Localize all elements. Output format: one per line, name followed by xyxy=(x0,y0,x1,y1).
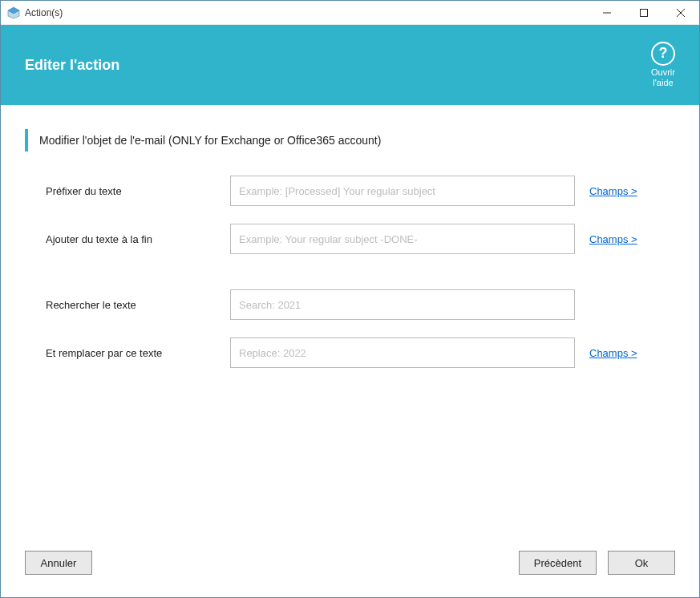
open-help-button[interactable]: ? Ouvrir l'aide xyxy=(651,42,675,88)
page-title: Editer l'action xyxy=(25,57,119,74)
app-icon xyxy=(7,6,20,19)
minimize-button[interactable] xyxy=(589,1,625,25)
label-prefix: Préfixer du texte xyxy=(46,185,230,197)
page-banner: Editer l'action ? Ouvrir l'aide xyxy=(1,25,699,105)
row-search: Rechercher le texte xyxy=(25,289,675,320)
window-title: Action(s) xyxy=(25,7,589,18)
footer-right-group: Précèdent Ok xyxy=(519,551,675,575)
footer: Annuler Précèdent Ok xyxy=(1,535,699,597)
help-icon: ? xyxy=(651,42,675,66)
input-append[interactable] xyxy=(230,224,575,254)
row-replace: Et remplacer par ce texte Champs > xyxy=(25,337,675,368)
label-search: Rechercher le texte xyxy=(46,299,230,311)
label-replace: Et remplacer par ce texte xyxy=(46,347,230,359)
input-search[interactable] xyxy=(230,289,575,320)
champs-link-replace[interactable]: Champs > xyxy=(589,347,637,359)
label-append: Ajouter du texte à la fin xyxy=(46,233,230,245)
window-controls xyxy=(589,1,699,24)
content-area: Modifier l'objet de l'e-mail (ONLY for E… xyxy=(1,105,699,368)
help-label: Ouvrir l'aide xyxy=(651,67,675,88)
ok-button[interactable]: Ok xyxy=(608,551,675,575)
section-heading: Modifier l'objet de l'e-mail (ONLY for E… xyxy=(25,129,675,152)
champs-link-prefix[interactable]: Champs > xyxy=(589,185,637,197)
previous-button[interactable]: Précèdent xyxy=(519,551,597,575)
row-append: Ajouter du texte à la fin Champs > xyxy=(25,224,675,254)
row-prefix: Préfixer du texte Champs > xyxy=(25,176,675,206)
close-button[interactable] xyxy=(662,1,699,25)
champs-link-append[interactable]: Champs > xyxy=(589,233,637,245)
cancel-button[interactable]: Annuler xyxy=(25,551,92,575)
svg-rect-1 xyxy=(641,10,648,17)
input-prefix[interactable] xyxy=(230,176,575,206)
titlebar: Action(s) xyxy=(1,1,699,25)
maximize-button[interactable] xyxy=(625,1,662,25)
input-replace[interactable] xyxy=(230,337,575,368)
